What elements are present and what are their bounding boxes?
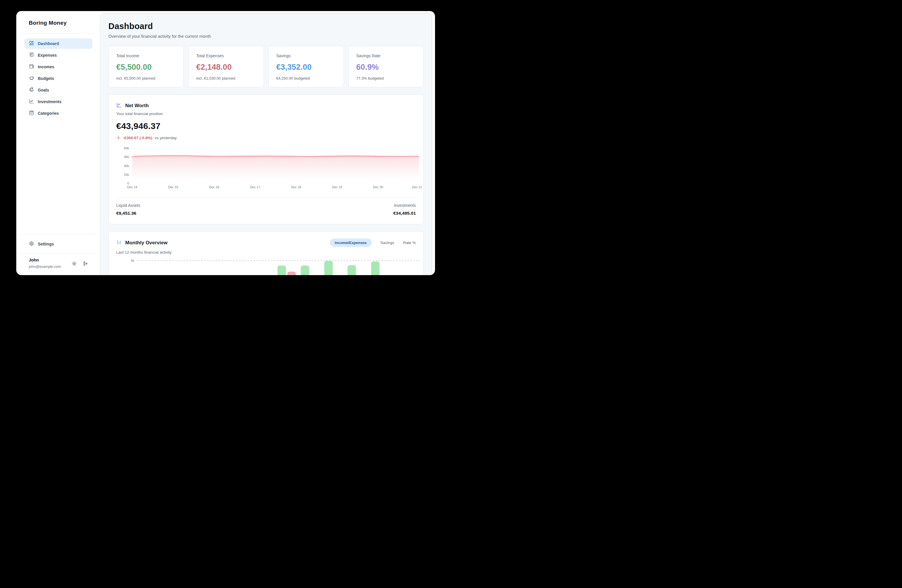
target-icon [29, 87, 34, 93]
sidebar-item-label: Expenses [38, 53, 57, 58]
app-logo: Boring Money [29, 20, 67, 26]
page-subtitle: Overview of your financial activity for … [108, 34, 424, 39]
y-axis-tick: 60k [116, 146, 129, 150]
stat-cards-row: Total Income €5,500.00 incl. €5,500.00 p… [108, 46, 424, 88]
page-title: Dashboard [108, 22, 424, 31]
main-panel: Dashboard Overview of your financial act… [100, 13, 432, 275]
x-axis-tick: Dec 19 [332, 185, 342, 189]
user-name: John [29, 258, 39, 262]
chart-line-icon [29, 99, 34, 105]
net-worth-footer: Liquid Assets €9,451.36 Investments €34,… [116, 197, 416, 216]
stat-sub: €4,250.00 budgeted [276, 76, 336, 80]
monthly-chart: 6k [116, 256, 416, 275]
gridline-dashed [138, 260, 420, 261]
stat-value: €5,500.00 [116, 63, 176, 72]
sidebar-item-settings[interactable]: Settings [24, 239, 92, 249]
stat-sub: incl. €1,030.00 planned [196, 76, 256, 80]
stat-label: Savings [276, 53, 336, 58]
y-axis-tick: 15k [116, 173, 129, 176]
net-worth-value: €43,946.37 [116, 121, 416, 131]
user-email: john@example.com [29, 265, 61, 269]
gridline-label: 6k [128, 259, 134, 262]
x-axis: Dec 14 Dec 15 Dec 16 Dec 17 Dec 18 Dec 1… [132, 185, 419, 189]
piggy-bank-icon [29, 75, 34, 81]
bar-chart-icon [116, 239, 122, 246]
net-worth-subtitle: Your total financial position [116, 111, 416, 116]
sidebar-item-goals[interactable]: Goals [24, 85, 92, 95]
tab-income-expenses[interactable]: Income/Expenses [330, 239, 372, 247]
tab-savings[interactable]: Savings [381, 241, 394, 245]
income-bar [348, 265, 356, 275]
net-worth-change-row: -€366.67 (-0.8%) vs yesterday [116, 135, 416, 140]
logout-icon [83, 261, 88, 267]
stat-sub: 77.3% budgeted [356, 76, 416, 80]
sidebar-item-incomes[interactable]: Incomes [24, 62, 92, 72]
stat-value: €2,148.00 [196, 63, 256, 72]
monthly-overview-title: Monthly Overview [125, 240, 168, 246]
y-axis-tick: 0 [116, 181, 129, 185]
stat-card-savings: Savings €3,352.00 €4,250.00 budgeted [268, 46, 344, 88]
net-worth-change: -€366.67 (-0.8%) [123, 136, 152, 140]
sidebar-item-label: Budgets [38, 76, 54, 81]
app-window: Boring Money Dashboard Expenses [16, 11, 435, 275]
arrow-down-icon [116, 135, 121, 140]
sun-icon [72, 261, 77, 267]
chart-spline-icon [116, 102, 122, 109]
x-axis-tick: Dec 15 [168, 185, 179, 189]
stat-card-total-expenses: Total Expenses €2,148.00 incl. €1,030.00… [188, 46, 263, 88]
wallet-icon [29, 64, 34, 70]
monthly-tabs: Income/Expenses Savings Rate % [330, 239, 416, 247]
income-bar [324, 261, 333, 275]
dashboard-grid-icon [29, 41, 34, 47]
stat-sub: incl. €5,500.00 planned [116, 76, 176, 80]
expense-bar [287, 272, 296, 275]
theme-toggle-button[interactable] [70, 260, 78, 268]
x-axis-tick: Dec 16 [209, 185, 219, 189]
sidebar-item-investments[interactable]: Investments [24, 97, 92, 107]
investments-value: €34,495.01 [393, 211, 416, 216]
sidebar-item-expenses[interactable]: Expenses [24, 50, 92, 60]
net-worth-title: Net Worth [125, 103, 149, 109]
net-worth-card: Net Worth Your total financial position … [108, 94, 424, 224]
logout-button[interactable] [81, 260, 89, 268]
stat-value: 60.9% [356, 63, 416, 72]
stat-card-savings-rate: Savings Rate 60.9% 77.3% budgeted [348, 46, 424, 88]
sidebar-item-budgets[interactable]: Budgets [24, 73, 92, 84]
sidebar-nav: Dashboard Expenses Incomes [24, 38, 92, 120]
liquid-assets-label: Liquid Assets [116, 203, 140, 208]
x-axis-tick: Dec 14 [127, 185, 138, 189]
receipt-icon [29, 52, 34, 58]
x-axis-tick: Dec 21 [412, 185, 422, 189]
net-worth-change-suffix: vs yesterday [155, 136, 177, 140]
sidebar-item-label: Goals [38, 88, 49, 92]
sidebar-item-categories[interactable]: Categories [24, 108, 92, 119]
income-bar [301, 266, 309, 275]
x-axis-tick: Dec 20 [373, 185, 383, 189]
stat-card-total-income: Total Income €5,500.00 incl. €5,500.00 p… [108, 46, 184, 88]
sidebar-divider [21, 234, 95, 234]
investments-label: Investments [393, 203, 416, 208]
monthly-overview-card: Monthly Overview Income/Expenses Savings… [108, 231, 424, 275]
net-worth-area-plot [132, 149, 419, 184]
sidebar-item-dashboard[interactable]: Dashboard [24, 38, 92, 49]
liquid-assets-value: €9,451.36 [116, 211, 140, 216]
income-bar [371, 261, 379, 275]
y-axis-tick: 30k [116, 164, 129, 167]
x-axis-tick: Dec 17 [250, 185, 260, 189]
shopping-bag-icon [29, 110, 34, 116]
sidebar-divider [21, 33, 95, 33]
settings-label: Settings [38, 242, 54, 246]
y-axis-tick: 45k [116, 155, 129, 159]
gear-icon [29, 241, 34, 247]
sidebar-item-label: Investments [38, 99, 62, 104]
sidebar-item-label: Incomes [38, 64, 54, 69]
income-bar [277, 266, 286, 275]
stat-label: Total Income [116, 53, 176, 58]
stat-value: €3,352.00 [276, 63, 336, 72]
tab-rate[interactable]: Rate % [403, 241, 416, 245]
net-worth-chart: 60k 45k 30k 15k 0 [116, 144, 416, 190]
sidebar-item-label: Categories [38, 111, 59, 116]
stat-label: Total Expenses [196, 53, 256, 58]
stat-label: Savings Rate [356, 53, 416, 58]
sidebar: Boring Money Dashboard Expenses [16, 11, 100, 275]
